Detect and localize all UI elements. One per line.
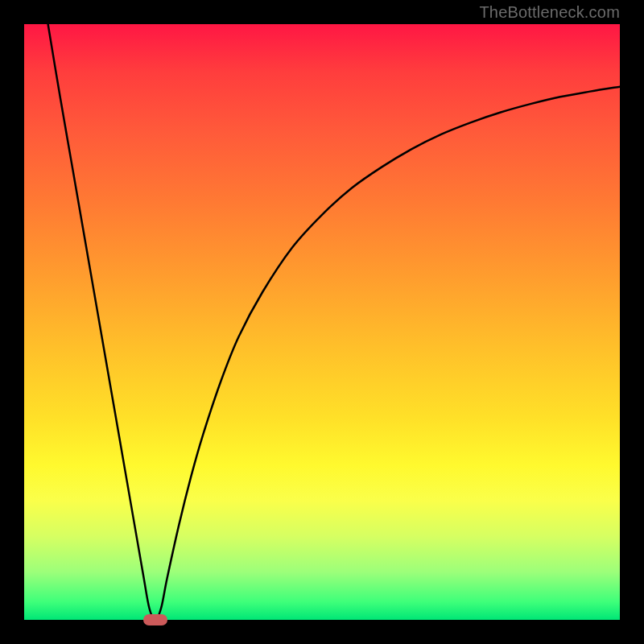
watermark-text: TheBottleneck.com <box>479 3 620 22</box>
bottleneck-curve <box>48 24 620 620</box>
plot-area <box>24 24 620 620</box>
bottleneck-marker <box>143 614 167 625</box>
curve-svg <box>24 24 620 620</box>
chart-container: TheBottleneck.com <box>0 0 644 644</box>
